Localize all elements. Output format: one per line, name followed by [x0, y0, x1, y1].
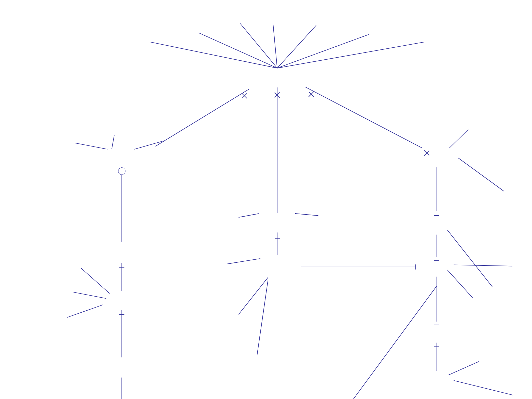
er-diagram: [0, 0, 532, 399]
